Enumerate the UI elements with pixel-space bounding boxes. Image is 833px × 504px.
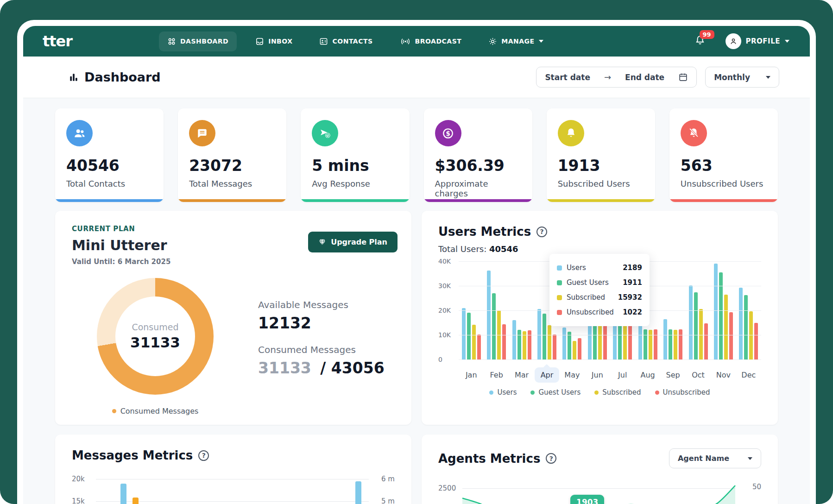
main-nav: DASHBOARD INBOX CONTACTS bbox=[159, 32, 552, 51]
bar-chart-icon bbox=[69, 72, 79, 82]
bar-subscribed bbox=[573, 341, 576, 359]
page-header: Dashboard Start date End date Monthly bbox=[23, 57, 810, 98]
bar-guest-users bbox=[694, 292, 698, 359]
chart-tooltip: Users 2189 Guest Users 1911 bbox=[549, 254, 650, 326]
bar-users bbox=[562, 328, 566, 359]
month-cell: Jul bbox=[610, 371, 635, 379]
avatar bbox=[726, 33, 741, 49]
messages-metrics-card: Messages Metrics 20k 15k 6 m 5 m bbox=[55, 435, 411, 504]
send-clock-icon bbox=[312, 120, 338, 146]
gem-icon bbox=[318, 238, 326, 246]
messages-plot bbox=[96, 472, 369, 504]
legend-item-unsubscribed[interactable]: Unsubscribed bbox=[655, 388, 710, 397]
app-window: utter DASHBOARD INBOX bbox=[17, 20, 816, 504]
y-tick-right: 6 m bbox=[381, 475, 395, 483]
bar-subscribed bbox=[724, 295, 728, 359]
tooltip-row: Unsubscribed 1022 bbox=[557, 305, 642, 320]
help-icon[interactable] bbox=[546, 453, 556, 464]
legend-item-users[interactable]: Users bbox=[489, 388, 517, 397]
upgrade-plan-button[interactable]: Upgrade Plan bbox=[308, 232, 398, 252]
bar-guest-users bbox=[644, 329, 647, 359]
bar-unsubscribed bbox=[754, 323, 758, 359]
chevron-down-icon bbox=[539, 40, 543, 43]
stat-value: $306.39 bbox=[435, 157, 521, 175]
stat-card-avg-response: 5 mins Avg Response bbox=[301, 108, 409, 202]
tooltip-row: Guest Users 1911 bbox=[557, 275, 642, 290]
total-count: / 43056 bbox=[320, 359, 384, 377]
tooltip-label: Guest Users bbox=[567, 278, 618, 287]
gridline bbox=[459, 335, 761, 335]
stat-label: Unsubscribed Users bbox=[681, 179, 767, 189]
month-label-jul[interactable]: Jul bbox=[618, 371, 627, 379]
period-select[interactable]: Monthly bbox=[705, 67, 779, 88]
legend-item-guest-users[interactable]: Guest Users bbox=[530, 388, 581, 397]
month-cell: Nov bbox=[711, 371, 736, 379]
month-label-oct[interactable]: Oct bbox=[692, 371, 705, 379]
bar-users bbox=[487, 271, 491, 359]
nav-contacts[interactable]: CONTACTS bbox=[311, 32, 381, 51]
month-label-jan[interactable]: Jan bbox=[466, 371, 477, 379]
month-label-mar[interactable]: Mar bbox=[515, 371, 529, 379]
nav-manage[interactable]: MANAGE bbox=[480, 32, 551, 51]
current-plan-card: CURRENT PLAN Mini Utterer Valid Until: 6… bbox=[55, 211, 411, 425]
legend-dot bbox=[530, 391, 535, 395]
month-label-may[interactable]: May bbox=[564, 371, 580, 379]
month-label-jun[interactable]: Jun bbox=[592, 371, 603, 379]
bar-unsubscribed bbox=[729, 312, 733, 359]
chevron-down-icon bbox=[766, 76, 770, 79]
svg-text:$: $ bbox=[446, 129, 450, 137]
users-metrics-card: Users Metrics Total Users: 40546 bbox=[422, 211, 778, 425]
bar-unsubscribed bbox=[679, 329, 682, 359]
bar-unsubscribed bbox=[704, 323, 708, 359]
month-label-feb[interactable]: Feb bbox=[490, 371, 503, 379]
start-date-field[interactable]: Start date bbox=[545, 73, 590, 82]
legend-label: Unsubscribed bbox=[663, 388, 710, 397]
tooltip-row: Users 2189 bbox=[557, 260, 642, 275]
month-label-sep[interactable]: Sep bbox=[666, 371, 680, 379]
messages-chart[interactable]: 20k 15k 6 m 5 m bbox=[72, 472, 395, 504]
available-messages-value: 12132 bbox=[258, 314, 385, 332]
bar-users bbox=[537, 309, 541, 359]
month-label-apr[interactable]: Apr bbox=[535, 367, 560, 383]
stat-card-unsubscribed-users: 563 Unsubscribed Users bbox=[669, 108, 778, 202]
help-icon[interactable] bbox=[198, 450, 209, 461]
nav-dashboard[interactable]: DASHBOARD bbox=[159, 32, 237, 51]
tooltip-swatch bbox=[557, 265, 562, 271]
tooltip-label: Users bbox=[567, 264, 618, 272]
dashboard-content: 40546 Total Contacts 23072 Total Message… bbox=[23, 98, 810, 504]
card-accent-bar bbox=[301, 199, 409, 202]
y-tick: 20K bbox=[438, 307, 451, 314]
month-cell: Jun bbox=[585, 371, 610, 379]
users-bar-chart[interactable]: Users 2189 Guest Users 1911 bbox=[459, 261, 761, 359]
bar-users bbox=[714, 264, 718, 359]
end-date-field[interactable]: End date bbox=[625, 73, 664, 82]
profile-menu[interactable]: PROFILE bbox=[726, 33, 789, 49]
month-label-nov[interactable]: Nov bbox=[716, 371, 731, 379]
total-users: Total Users: 40546 bbox=[438, 244, 761, 254]
month-label-aug[interactable]: Aug bbox=[641, 371, 655, 379]
stat-label: Total Messages bbox=[189, 179, 275, 189]
agent-name-select[interactable]: Agent Name bbox=[669, 448, 761, 468]
arrow-right-icon bbox=[604, 72, 611, 82]
month-cell: Oct bbox=[686, 371, 711, 379]
agents-chart[interactable]: 2500 2000 50 40 1903 bbox=[438, 479, 761, 504]
y-tick: 0 bbox=[438, 356, 442, 363]
month-label-dec[interactable]: Dec bbox=[741, 371, 756, 379]
month-cell: Sep bbox=[660, 371, 685, 379]
y-tick: 40K bbox=[438, 258, 451, 265]
bar-guest-users bbox=[669, 329, 672, 359]
bar-users bbox=[462, 308, 466, 359]
help-icon[interactable] bbox=[536, 227, 547, 237]
nav-broadcast[interactable]: BROADCAST bbox=[391, 32, 470, 51]
stat-label: Approximate charges bbox=[435, 179, 521, 198]
app-canvas: utter DASHBOARD INBOX bbox=[0, 0, 833, 504]
bar-subscribed bbox=[472, 325, 476, 359]
nav-inbox[interactable]: INBOX bbox=[247, 32, 301, 51]
legend-item-subscribed[interactable]: Subscribed bbox=[594, 388, 641, 397]
bar-unsubscribed bbox=[553, 334, 556, 359]
notifications-button[interactable]: 99 bbox=[694, 34, 706, 48]
date-range-picker[interactable]: Start date End date bbox=[536, 67, 697, 88]
month-cell: Mar bbox=[509, 371, 534, 379]
bar-users bbox=[663, 319, 667, 359]
y-tick: 10K bbox=[438, 331, 451, 339]
